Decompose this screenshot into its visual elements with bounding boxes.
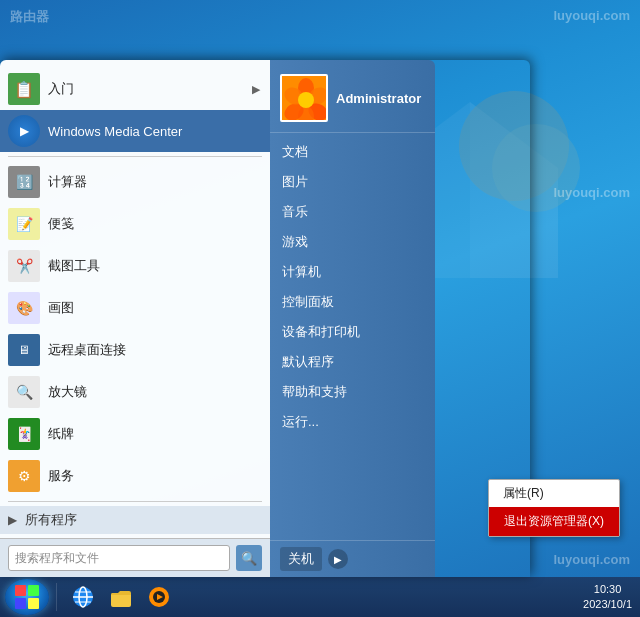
menu-item-notepad[interactable]: 📝 便笺 bbox=[0, 203, 270, 245]
wmc-label: Windows Media Center bbox=[48, 124, 260, 139]
menu-item-getstarted[interactable]: 📋 入门 ▶ bbox=[0, 68, 270, 110]
menu-item-snip[interactable]: ✂️ 截图工具 bbox=[0, 245, 270, 287]
all-programs-label: 所有程序 bbox=[25, 511, 260, 529]
magnifier-label: 放大镜 bbox=[48, 383, 260, 401]
shutdown-area: 关机 ▶ bbox=[270, 540, 435, 577]
menu-item-wmc[interactable]: ▶ Windows Media Center bbox=[0, 110, 270, 152]
notepad-label: 便笺 bbox=[48, 215, 260, 233]
menu-item-services[interactable]: ⚙ 服务 bbox=[0, 455, 270, 497]
start-orb[interactable] bbox=[5, 579, 49, 615]
user-section: Administrator bbox=[270, 68, 435, 133]
menu-divider-2 bbox=[8, 501, 262, 502]
calc-label: 计算器 bbox=[48, 173, 260, 191]
taskbar-explorer-icon[interactable] bbox=[103, 579, 139, 615]
services-icon: ⚙ bbox=[8, 460, 40, 492]
right-menu-devices[interactable]: 设备和打印机 bbox=[270, 317, 435, 347]
remote-icon: 🖥 bbox=[8, 334, 40, 366]
watermark-6: luyouqi.com bbox=[553, 552, 630, 567]
solitaire-icon: 🃏 bbox=[8, 418, 40, 450]
search-bar: 搜索程序和文件 🔍 bbox=[0, 538, 270, 577]
search-icon: 🔍 bbox=[241, 551, 257, 566]
taskbar: 10:30 2023/10/1 bbox=[0, 577, 640, 617]
right-menu-docs[interactable]: 文档 bbox=[270, 137, 435, 167]
right-menu-pictures[interactable]: 图片 bbox=[270, 167, 435, 197]
start-menu-pinned-recent: 📋 入门 ▶ ▶ Windows Media Center 🔢 计算器 bbox=[0, 60, 270, 538]
shutdown-arrow-icon: ▶ bbox=[334, 554, 342, 565]
windows-flag-icon bbox=[13, 583, 41, 611]
menu-item-calc[interactable]: 🔢 计算器 bbox=[0, 161, 270, 203]
user-avatar[interactable] bbox=[280, 74, 328, 122]
start-menu: 📋 入门 ▶ ▶ Windows Media Center 🔢 计算器 bbox=[0, 60, 530, 577]
right-menu-music[interactable]: 音乐 bbox=[270, 197, 435, 227]
search-placeholder: 搜索程序和文件 bbox=[15, 550, 99, 567]
ie-icon bbox=[71, 585, 95, 609]
menu-item-remote[interactable]: 🖥 远程桌面连接 bbox=[0, 329, 270, 371]
all-programs-triangle-icon: ▶ bbox=[8, 513, 17, 527]
getstarted-arrow: ▶ bbox=[252, 83, 260, 96]
solitaire-label: 纸牌 bbox=[48, 425, 260, 443]
snip-label: 截图工具 bbox=[48, 257, 260, 275]
watermark-2: luyouqi.com bbox=[553, 8, 630, 23]
watermark-1: 路由器 bbox=[10, 8, 49, 26]
clock-time: 10:30 bbox=[583, 582, 632, 597]
all-programs-row[interactable]: ▶ 所有程序 bbox=[0, 506, 270, 534]
right-menu-defaults[interactable]: 默认程序 bbox=[270, 347, 435, 377]
start-menu-left: 📋 入门 ▶ ▶ Windows Media Center 🔢 计算器 bbox=[0, 60, 270, 577]
context-item-properties[interactable]: 属性(R) bbox=[489, 480, 619, 507]
svg-point-9 bbox=[298, 92, 314, 108]
right-menu-run[interactable]: 运行... bbox=[270, 407, 435, 437]
context-menu: 属性(R) 退出资源管理器(X) bbox=[488, 479, 620, 537]
taskbar-pinned-icons bbox=[59, 577, 183, 617]
user-avatar-image bbox=[282, 76, 326, 120]
svg-rect-12 bbox=[15, 598, 26, 609]
svg-rect-13 bbox=[28, 598, 39, 609]
magnifier-icon: 🔍 bbox=[8, 376, 40, 408]
calc-icon: 🔢 bbox=[8, 166, 40, 198]
system-clock: 10:30 2023/10/1 bbox=[583, 582, 632, 613]
taskbar-right: 10:30 2023/10/1 bbox=[583, 582, 640, 613]
menu-item-paint[interactable]: 🎨 画图 bbox=[0, 287, 270, 329]
wmc-icon: ▶ bbox=[8, 115, 40, 147]
right-menu-help[interactable]: 帮助和支持 bbox=[270, 377, 435, 407]
svg-rect-10 bbox=[15, 585, 26, 596]
paint-label: 画图 bbox=[48, 299, 260, 317]
username-label: Administrator bbox=[336, 91, 421, 106]
search-button[interactable]: 🔍 bbox=[236, 545, 262, 571]
start-button[interactable] bbox=[0, 577, 54, 617]
services-label: 服务 bbox=[48, 467, 260, 485]
shutdown-options-button[interactable]: ▶ bbox=[328, 549, 348, 569]
media-player-icon bbox=[147, 585, 171, 609]
menu-divider-1 bbox=[8, 156, 262, 157]
snip-icon: ✂️ bbox=[8, 250, 40, 282]
menu-item-magnifier[interactable]: 🔍 放大镜 bbox=[0, 371, 270, 413]
folder-icon bbox=[109, 585, 133, 609]
getstarted-label: 入门 bbox=[48, 80, 244, 98]
taskbar-mediaplayer-icon[interactable] bbox=[141, 579, 177, 615]
desktop: 路由器 luyouqi.com 路由器 luyouqi.com 路由器 luyo… bbox=[0, 0, 640, 617]
menu-item-solitaire[interactable]: 🃏 纸牌 bbox=[0, 413, 270, 455]
taskbar-ie-icon[interactable] bbox=[65, 579, 101, 615]
taskbar-divider-1 bbox=[56, 583, 57, 611]
svg-rect-11 bbox=[28, 585, 39, 596]
right-menu-games[interactable]: 游戏 bbox=[270, 227, 435, 257]
right-menu-computer[interactable]: 计算机 bbox=[270, 257, 435, 287]
svg-rect-19 bbox=[111, 593, 131, 607]
clock-date: 2023/10/1 bbox=[583, 597, 632, 612]
getstarted-icon: 📋 bbox=[8, 73, 40, 105]
shutdown-button[interactable]: 关机 bbox=[280, 547, 322, 571]
context-item-exit-explorer[interactable]: 退出资源管理器(X) bbox=[489, 507, 619, 536]
notepad-icon: 📝 bbox=[8, 208, 40, 240]
right-menu-control[interactable]: 控制面板 bbox=[270, 287, 435, 317]
remote-label: 远程桌面连接 bbox=[48, 341, 260, 359]
paint-icon: 🎨 bbox=[8, 292, 40, 324]
search-input-box[interactable]: 搜索程序和文件 bbox=[8, 545, 230, 571]
start-menu-right: Administrator 文档 图片 音乐 游戏 计算机 控制面板 设备和打印… bbox=[270, 60, 435, 577]
